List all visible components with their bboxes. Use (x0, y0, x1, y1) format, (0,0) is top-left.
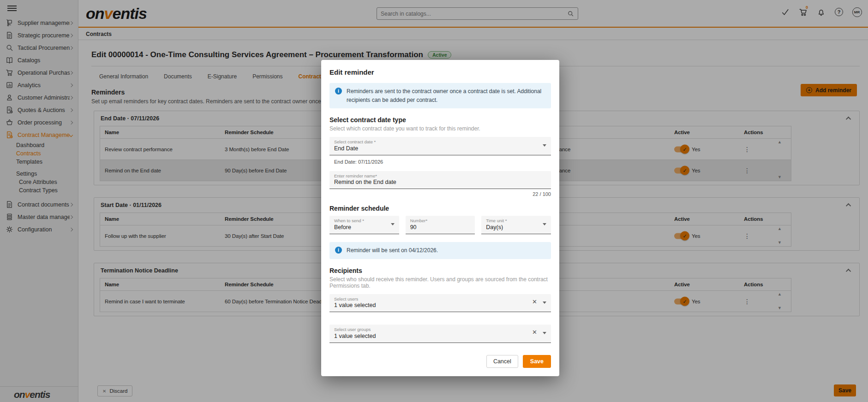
contract-date-select-value: End Date (334, 145, 539, 152)
select-user-groups-field[interactable]: Select user groups 1 value selected ✕ (329, 325, 551, 343)
when-to-send-label: When to send * (334, 218, 387, 223)
info-banner: i Reminders are sent to the contract own… (329, 83, 551, 108)
time-unit-label: Time unit * (486, 218, 539, 223)
reminder-name-field[interactable]: Enter reminder name* Remind on the End d… (329, 171, 551, 189)
select-users-field[interactable]: Select users 1 value selected ✕ (329, 294, 551, 313)
select-user-groups-value: 1 value selected (334, 332, 539, 340)
when-to-send-value: Before (334, 224, 387, 231)
char-counter: 22 / 100 (329, 191, 551, 197)
save-button[interactable]: Save (523, 355, 551, 368)
select-users-label: Select users (334, 296, 539, 302)
reminder-name-value: Remind on the End date (334, 178, 539, 186)
recipients-subtitle: Select who should receive this reminder.… (329, 276, 551, 289)
cancel-button[interactable]: Cancel (486, 355, 518, 368)
contract-date-select-label: Select contract date * (334, 139, 539, 144)
recipients-heading: Recipients (329, 267, 551, 274)
select-users-value: 1 value selected (334, 302, 539, 309)
app-window: Supplier management Strategic procuremen… (0, 0, 868, 402)
time-unit-select[interactable]: Time unit * Day(s) (481, 216, 551, 234)
chevron-down-icon (543, 223, 546, 225)
clear-icon[interactable]: ✕ (532, 298, 537, 305)
number-label: Number* (410, 218, 463, 223)
date-type-heading: Select contract date type (329, 116, 551, 124)
contract-date-select[interactable]: Select contract date * End Date (329, 137, 551, 155)
edit-reminder-dialog: Edit reminder i Reminders are sent to th… (321, 60, 559, 376)
contract-date-helper: End Date: 07/11/2026 (334, 159, 551, 165)
chevron-down-icon (543, 302, 546, 304)
info-icon: i (335, 88, 342, 95)
dialog-title: Edit reminder (329, 68, 551, 76)
date-type-subtitle: Select which contract date you want to t… (329, 125, 551, 132)
time-unit-value: Day(s) (486, 224, 539, 231)
info-icon: i (335, 247, 342, 254)
clear-icon[interactable]: ✕ (532, 329, 537, 336)
schedule-heading: Reminder schedule (329, 205, 551, 212)
number-value: 90 (410, 224, 463, 231)
send-date-banner: i Reminder will be sent on 04/12/2026. (329, 242, 551, 259)
when-to-send-select[interactable]: When to send * Before (329, 216, 399, 234)
chevron-down-icon (391, 223, 395, 225)
chevron-down-icon (543, 332, 546, 334)
select-user-groups-label: Select user groups (334, 327, 539, 332)
chevron-down-icon (543, 144, 546, 147)
reminder-name-label: Enter reminder name* (334, 173, 539, 178)
number-input[interactable]: Number* 90 (406, 216, 475, 234)
